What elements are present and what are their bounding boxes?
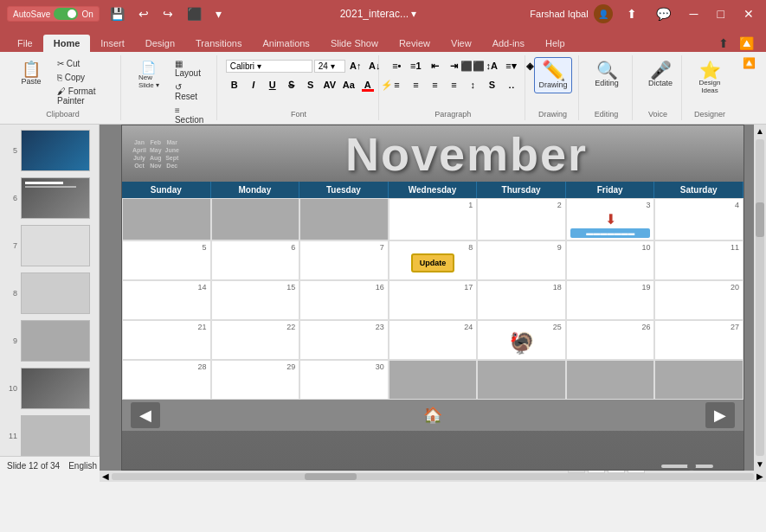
presentation-view-button[interactable]: ⬛ <box>182 5 207 22</box>
font-color-button[interactable]: A <box>359 76 377 93</box>
h-scroll-thumb[interactable] <box>305 473 357 480</box>
change-case-button[interactable]: Aa <box>340 76 357 93</box>
share-button[interactable]: ⬆ <box>621 5 642 22</box>
week-2: 5 6 7 8 Update 9 10 11 <box>122 240 743 280</box>
voice-group: 🎤 Dictate Voice <box>634 55 682 120</box>
tab-view[interactable]: View <box>441 35 482 52</box>
tab-slideshow[interactable]: Slide Show <box>320 35 389 52</box>
format-painter-button[interactable]: 🖌 Format Painter <box>53 85 113 107</box>
font-size-dropdown[interactable]: 24 ▾ <box>314 60 345 73</box>
tab-insert[interactable]: Insert <box>90 35 135 52</box>
prev-arrow[interactable]: ◀ <box>131 402 160 428</box>
text-direction-button[interactable]: ↕A <box>483 57 500 74</box>
tab-transitions[interactable]: Transitions <box>185 35 252 52</box>
scroll-down-button[interactable]: ▼ <box>754 458 766 471</box>
vertical-scrollbar[interactable]: ▲ ▼ <box>754 125 766 471</box>
align-right-button[interactable]: ≡ <box>426 76 443 93</box>
editing-button[interactable]: 🔍 Editing <box>588 57 626 92</box>
slide-item-11[interactable]: 11 <box>3 413 95 456</box>
month-title: November <box>190 127 743 181</box>
home-icon[interactable]: 🏠 <box>423 406 442 425</box>
h-scroll-track[interactable] <box>112 473 754 480</box>
autosave-badge[interactable]: AutoSave On <box>7 6 100 22</box>
scroll-up-button[interactable]: ▲ <box>754 125 766 138</box>
drawing-button[interactable]: ✏️ Drawing <box>534 57 572 93</box>
increase-indent-button[interactable]: ⇥ <box>445 57 462 74</box>
font-name-dropdown[interactable]: Calibri ▾ <box>226 60 312 73</box>
tab-animations[interactable]: Animations <box>252 35 319 52</box>
slide-item-7[interactable]: 7 <box>3 223 95 268</box>
scroll-track[interactable] <box>756 139 764 456</box>
designer-label: Designer <box>691 108 729 119</box>
slide-item-5[interactable]: 5 <box>3 128 95 173</box>
layout-button[interactable]: ▦ Layout <box>171 57 209 80</box>
align-center-button[interactable]: ≡ <box>407 76 424 93</box>
comments-button[interactable]: 💬 <box>651 5 676 22</box>
char-spacing-para-button[interactable]: ‥ <box>502 76 519 93</box>
dropdown-arrow[interactable]: ▾ <box>411 8 416 20</box>
designer-group-content: ⭐ DesignIdeas <box>691 57 729 108</box>
collapse-ribbon-arrow[interactable]: 🔼 <box>737 55 761 71</box>
cal-cell-9: 9 <box>477 240 566 280</box>
text-shadow-para-button[interactable]: S <box>483 76 500 93</box>
tab-review[interactable]: Review <box>389 35 441 52</box>
italic-button[interactable]: I <box>245 76 262 93</box>
numbering-button[interactable]: ≡1 <box>407 57 424 74</box>
slide-item-10[interactable]: 10 <box>3 366 95 411</box>
cal-cell-20: 20 <box>654 280 743 320</box>
font-group-content: Calibri ▾ 24 ▾ A↑ A↓ B I U S̶ S AV Aa A … <box>226 57 372 108</box>
ribbon-display-options[interactable]: ⬆ <box>713 35 734 52</box>
editing-group: 🔍 Editing Editing <box>581 55 633 120</box>
cal-cell-15: 15 <box>211 280 300 320</box>
justify-button[interactable]: ≡ <box>445 76 462 93</box>
update-button[interactable]: Update <box>411 253 455 272</box>
tab-file[interactable]: File <box>7 35 43 52</box>
copy-button[interactable]: ⎘ Copy <box>53 71 113 84</box>
scroll-thumb[interactable] <box>756 202 764 237</box>
align-left-button[interactable]: ≡ <box>388 76 405 93</box>
slide-item-8[interactable]: 8 <box>3 271 95 316</box>
line-spacing-button[interactable]: ↕ <box>464 76 481 93</box>
autosave-toggle[interactable] <box>54 8 78 20</box>
columns-button[interactable]: ⬛⬛ <box>464 57 481 74</box>
zoom-thumb[interactable] <box>687 462 696 471</box>
minimize-button[interactable]: ─ <box>685 5 704 22</box>
new-slide-button[interactable]: 📄 NewSlide ▾ <box>130 57 168 93</box>
cal-cell-26: 26 <box>566 320 655 360</box>
paste-button[interactable]: 📋 Paste <box>12 57 50 90</box>
maximize-button[interactable]: □ <box>712 5 730 22</box>
bold-button[interactable]: B <box>226 76 243 93</box>
slide-item-6[interactable]: 6 <box>3 176 95 221</box>
align-text-button[interactable]: ≡▾ <box>502 57 519 74</box>
tab-addins[interactable]: Add-ins <box>482 35 535 52</box>
decrease-indent-button[interactable]: ⇤ <box>426 57 443 74</box>
underline-button[interactable]: U <box>264 76 281 93</box>
strikethrough-button[interactable]: S̶ <box>283 76 300 93</box>
customize-button[interactable]: ▾ <box>210 5 227 22</box>
zoom-slider[interactable] <box>661 465 713 468</box>
collapse-ribbon-button[interactable]: 🔼 <box>734 35 759 52</box>
reset-button[interactable]: ↺ Reset <box>171 80 209 103</box>
bullets-button[interactable]: ≡• <box>388 57 405 74</box>
tab-design[interactable]: Design <box>135 35 185 52</box>
canvas-area[interactable]: ▲ ▼ JanFebMar <box>100 125 766 471</box>
save-button[interactable]: 💾 <box>105 5 130 22</box>
tab-help[interactable]: Help <box>535 35 576 52</box>
cal-cell-8: 8 Update <box>389 240 478 280</box>
cal-cell-empty-6 <box>566 360 655 400</box>
cal-cell-empty-4 <box>389 360 478 400</box>
slide-item-9[interactable]: 9 <box>3 318 95 363</box>
char-spacing-button[interactable]: AV <box>321 76 338 93</box>
undo-button[interactable]: ↩ <box>133 5 154 22</box>
font-row2: B I U S̶ S AV Aa A ⚡ <box>226 76 396 93</box>
dictate-button[interactable]: 🎤 Dictate <box>641 57 679 92</box>
cut-button[interactable]: ✂ Cut <box>53 57 113 70</box>
redo-button[interactable]: ↪ <box>158 5 178 22</box>
design-ideas-button[interactable]: ⭐ DesignIdeas <box>691 57 729 99</box>
close-button[interactable]: ✕ <box>738 5 759 22</box>
tab-home[interactable]: Home <box>43 35 91 52</box>
shadow-button[interactable]: S <box>302 76 319 93</box>
scroll-left-button[interactable]: ◀ <box>100 471 112 482</box>
increase-font-button[interactable]: A↑ <box>347 57 364 74</box>
next-arrow[interactable]: ▶ <box>705 402 735 428</box>
